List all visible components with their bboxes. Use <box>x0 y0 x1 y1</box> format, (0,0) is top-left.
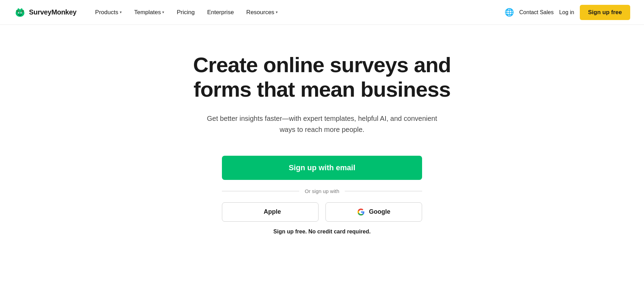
logo-icon <box>14 6 26 19</box>
contact-sales-link[interactable]: Contact Sales <box>519 9 554 16</box>
header-right: 🌐 Contact Sales Log in Sign up free <box>505 5 630 20</box>
apple-signup-button[interactable]: Apple <box>222 202 319 222</box>
cta-area: Sign up with email Or sign up with Apple… <box>222 156 422 235</box>
no-credit-card-text: Sign up free. No credit card required. <box>273 229 371 235</box>
google-signup-button[interactable]: Google <box>325 202 422 222</box>
apple-label: Apple <box>264 208 281 215</box>
nav-enterprise[interactable]: Enterprise <box>202 6 238 19</box>
google-label: Google <box>369 208 390 215</box>
globe-icon[interactable]: 🌐 <box>505 8 514 17</box>
divider-text: Or sign up with <box>305 188 339 194</box>
logo-text: SurveyMonkey <box>29 8 77 16</box>
google-icon <box>357 208 365 216</box>
svg-point-8 <box>21 12 22 13</box>
header: SurveyMonkey Products ▾ Templates ▾ Pric… <box>0 0 644 25</box>
divider-left <box>222 191 299 191</box>
hero-subtitle: Get better insights faster—with expert t… <box>201 113 443 135</box>
products-chevron-icon: ▾ <box>120 10 122 15</box>
hero-title: Create online surveys and forms that mea… <box>174 52 470 102</box>
nav-pricing[interactable]: Pricing <box>172 6 199 19</box>
nav-products[interactable]: Products ▾ <box>90 6 127 19</box>
divider-row: Or sign up with <box>222 188 422 194</box>
svg-point-10 <box>21 8 22 10</box>
signup-free-button[interactable]: Sign up free <box>580 5 630 20</box>
svg-point-3 <box>17 10 19 12</box>
main-content: Create online surveys and forms that mea… <box>0 25 644 256</box>
svg-point-4 <box>21 10 23 12</box>
main-nav: Products ▾ Templates ▾ Pricing Enterpris… <box>90 6 505 19</box>
signup-email-button[interactable]: Sign up with email <box>222 156 422 180</box>
login-link[interactable]: Log in <box>559 9 574 16</box>
social-buttons: Apple Google <box>222 202 422 222</box>
nav-resources[interactable]: Resources ▾ <box>242 6 283 19</box>
svg-point-7 <box>19 12 19 13</box>
divider-right <box>345 191 422 191</box>
logo[interactable]: SurveyMonkey <box>14 6 77 19</box>
nav-templates[interactable]: Templates ▾ <box>129 6 169 19</box>
svg-point-9 <box>18 8 19 10</box>
templates-chevron-icon: ▾ <box>162 10 164 15</box>
resources-chevron-icon: ▾ <box>276 10 278 15</box>
